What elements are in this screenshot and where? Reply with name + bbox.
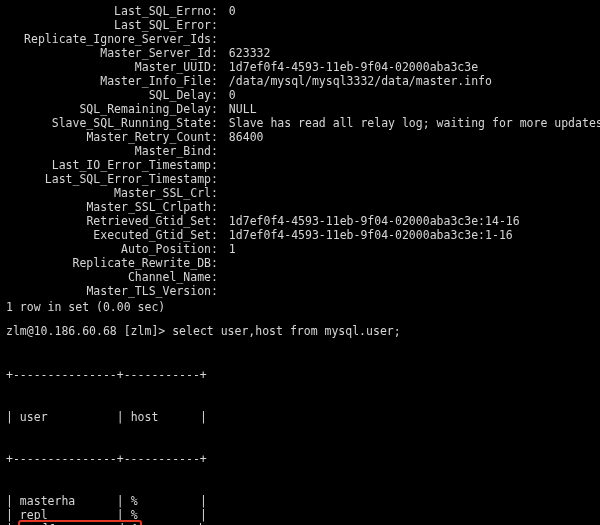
status-row: Master_Bind: <box>6 144 594 158</box>
status-label: Last_SQL_Errno <box>6 4 211 18</box>
status-row: Master_UUID: 1d7ef0f4-4593-11eb-9f04-020… <box>6 60 594 74</box>
status-label: Last_IO_Error_Timestamp <box>6 158 211 172</box>
status-label: Last_SQL_Error_Timestamp <box>6 172 211 186</box>
table-header-row: | user| host| <box>6 410 594 424</box>
status-value: 86400 <box>229 130 264 144</box>
status-label: Master_Retry_Count <box>6 130 211 144</box>
mysql-prompt: zlm@10.186.60.68 [zlm]> <box>6 324 165 338</box>
colon: : <box>211 200 229 214</box>
colon: : <box>211 60 229 74</box>
status-row: Retrieved_Gtid_Set: 1d7ef0f4-4593-11eb-9… <box>6 214 594 228</box>
colon: : <box>211 270 229 284</box>
status-row: Slave_SQL_Running_State: Slave has read … <box>6 116 594 130</box>
colon: : <box>211 214 229 228</box>
status-row: SQL_Delay: 0 <box>6 88 594 102</box>
status-row: Last_IO_Error_Timestamp: <box>6 158 594 172</box>
colon: : <box>211 228 229 242</box>
status-value: 1 <box>229 242 236 256</box>
colon: : <box>211 284 229 298</box>
colon: : <box>211 102 229 116</box>
status-row: Master_Server_Id: 623332 <box>6 46 594 60</box>
query-result-table: +---------------+-----------+ | user| ho… <box>6 340 594 525</box>
table-separator: +---------------+-----------+ <box>6 452 594 466</box>
colon: : <box>211 242 229 256</box>
status-label: Master_SSL_Crlpath <box>6 200 211 214</box>
slave-status-output: Last_SQL_Errno: 0Last_SQL_Error: Replica… <box>6 4 594 298</box>
colon: : <box>211 130 229 144</box>
colon: : <box>211 144 229 158</box>
table-body: | masterha | % || repl | % || repl1 | % … <box>6 494 594 525</box>
status-label: Channel_Name <box>6 270 211 284</box>
status-row: Master_SSL_Crl: <box>6 186 594 200</box>
colon: : <box>211 172 229 186</box>
status-value: /data/mysql/mysql3332/data/master.info <box>229 74 492 88</box>
status-row: Master_Retry_Count: 86400 <box>6 130 594 144</box>
status-label: Master_UUID <box>6 60 211 74</box>
colon: : <box>211 158 229 172</box>
table-separator: +---------------+-----------+ <box>6 368 594 382</box>
status-row: Replicate_Rewrite_DB: <box>6 256 594 270</box>
status-row: Last_SQL_Errno: 0 <box>6 4 594 18</box>
status-value: 0 <box>229 4 236 18</box>
status-value: 623332 <box>229 46 271 60</box>
status-label: Executed_Gtid_Set <box>6 228 211 242</box>
status-row: Master_TLS_Version: <box>6 284 594 298</box>
colon: : <box>211 32 229 46</box>
colon: : <box>211 18 229 32</box>
status-row-count: 1 row in set (0.00 sec) <box>6 300 594 314</box>
status-label: Last_SQL_Error <box>6 18 211 32</box>
status-label: Retrieved_Gtid_Set <box>6 214 211 228</box>
colon: : <box>211 88 229 102</box>
status-value: 1d7ef0f4-4593-11eb-9f04-02000aba3c3e <box>229 60 478 74</box>
colon: : <box>211 186 229 200</box>
status-row: Auto_Position: 1 <box>6 242 594 256</box>
status-value: Slave has read all relay log; waiting fo… <box>229 116 600 130</box>
status-label: SQL_Remaining_Delay <box>6 102 211 116</box>
status-value: NULL <box>229 102 257 116</box>
status-row: Master_Info_File: /data/mysql/mysql3332/… <box>6 74 594 88</box>
colon: : <box>211 116 229 130</box>
status-row: Last_SQL_Error: <box>6 18 594 32</box>
table-row: | masterha | % | <box>6 494 594 508</box>
status-label: Master_Server_Id <box>6 46 211 60</box>
status-row: SQL_Remaining_Delay: NULL <box>6 102 594 116</box>
colon: : <box>211 4 229 18</box>
status-label: Slave_SQL_Running_State <box>6 116 211 130</box>
status-label: Master_TLS_Version <box>6 284 211 298</box>
sql-command: select user,host from mysql.user; <box>172 324 400 338</box>
status-value: 1d7ef0f4-4593-11eb-9f04-02000aba3c3e:14-… <box>229 214 520 228</box>
highlighted-row: repl1 | % <box>18 520 142 525</box>
colon: : <box>211 74 229 88</box>
status-label: Replicate_Rewrite_DB <box>6 256 211 270</box>
th-user: user <box>20 410 117 424</box>
mysql-prompt-line[interactable]: zlm@10.186.60.68 [zlm]> select user,host… <box>6 324 594 338</box>
status-row: Executed_Gtid_Set: 1d7ef0f4-4593-11eb-9f… <box>6 228 594 242</box>
cell-host: % <box>131 494 200 508</box>
status-label: Auto_Position <box>6 242 211 256</box>
colon: : <box>211 46 229 60</box>
cell-user: masterha <box>20 494 117 508</box>
colon: : <box>211 256 229 270</box>
status-label: SQL_Delay <box>6 88 211 102</box>
status-label: Master_Bind <box>6 144 211 158</box>
status-value: 1d7ef0f4-4593-11eb-9f04-02000aba3c3e:1-1… <box>229 228 513 242</box>
status-row: Replicate_Ignore_Server_Ids: <box>6 32 594 46</box>
status-value: 0 <box>229 88 236 102</box>
status-row: Last_SQL_Error_Timestamp: <box>6 172 594 186</box>
th-host: host <box>131 410 200 424</box>
status-row: Channel_Name: <box>6 270 594 284</box>
status-label: Master_SSL_Crl <box>6 186 211 200</box>
status-label: Replicate_Ignore_Server_Ids <box>6 32 211 46</box>
status-row: Master_SSL_Crlpath: <box>6 200 594 214</box>
status-label: Master_Info_File <box>6 74 211 88</box>
